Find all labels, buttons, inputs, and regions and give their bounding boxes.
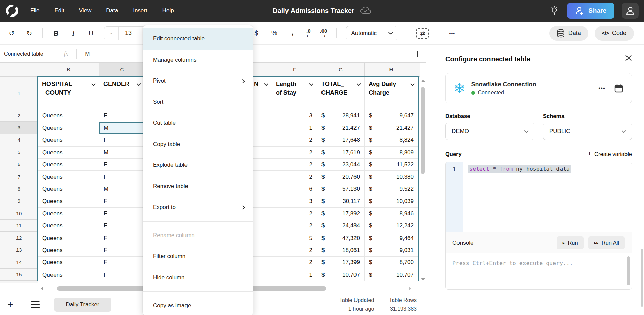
cell-partial[interactable]: [253, 122, 272, 134]
cell-total-charge[interactable]: $17,648: [317, 134, 365, 146]
schedule-calendar-icon[interactable]: [614, 84, 623, 93]
cell-county[interactable]: Queens: [38, 159, 99, 170]
cell-avg-daily-charge[interactable]: $11,522: [365, 159, 418, 170]
row-header-7[interactable]: 7: [0, 170, 38, 183]
cell-avg-daily-charge[interactable]: $10,380: [365, 171, 418, 183]
cell-length-of-stay[interactable]: 1: [272, 269, 317, 281]
more-options-button[interactable]: •••: [448, 31, 456, 36]
menu-item-sort[interactable]: Sort: [143, 92, 253, 113]
cell-county[interactable]: Queens: [38, 183, 99, 195]
schema-select[interactable]: PUBLIC: [543, 123, 632, 140]
vertical-scrollbar[interactable]: [420, 77, 426, 283]
bold-button[interactable]: B: [52, 29, 60, 37]
cell-gender[interactable]: M: [99, 147, 145, 158]
cell-partial[interactable]: [253, 147, 272, 158]
row-header-6[interactable]: 6: [0, 158, 38, 170]
cell-county[interactable]: Queens: [38, 109, 99, 122]
cell-partial[interactable]: [253, 134, 272, 146]
cell-county[interactable]: Queens: [38, 244, 99, 256]
rows-logo-icon[interactable]: [6, 5, 18, 17]
cell-county[interactable]: Queens: [38, 269, 99, 281]
cell-avg-daily-charge[interactable]: $10,039: [365, 195, 418, 207]
scroll-down-arrow-icon[interactable]: [421, 278, 425, 281]
column-header-B[interactable]: B: [38, 63, 99, 76]
run-all-button[interactable]: ▸▸ Run All: [588, 236, 625, 249]
swap-reference-icon[interactable]: ⇄: [416, 28, 429, 39]
menu-insert[interactable]: Insert: [133, 7, 147, 14]
cell-length-of-stay[interactable]: 2: [272, 220, 317, 232]
column-header-F[interactable]: F: [272, 63, 317, 76]
cell-gender[interactable]: F: [99, 220, 145, 232]
lightbulb-icon[interactable]: [549, 5, 560, 17]
cell-length-of-stay[interactable]: 2: [272, 208, 317, 219]
menu-item-remove-table[interactable]: Remove table: [143, 176, 253, 197]
column-header-H[interactable]: H: [365, 63, 418, 76]
row-header-1[interactable]: 1: [0, 77, 38, 109]
cell-avg-daily-charge[interactable]: $21,427: [365, 122, 418, 134]
cell-avg-daily-charge[interactable]: $8,809: [365, 147, 418, 158]
console-output[interactable]: Press Ctrl+Enter to execute query...: [446, 253, 632, 289]
decrease-decimals-button[interactable]: .0 ←: [306, 28, 311, 38]
header-cell-hospital-county[interactable]: HOSPITAL _COUNTY: [38, 77, 99, 109]
menu-item-explode-table[interactable]: Explode table: [143, 155, 253, 176]
header-cell-total-charge[interactable]: TOTAL_ CHARGE: [317, 77, 365, 109]
chevron-down-icon[interactable]: [357, 82, 361, 86]
cell-partial[interactable]: [253, 195, 272, 207]
console-scroll-thumb[interactable]: [627, 256, 630, 285]
header-cell-partial-n[interactable]: N: [253, 77, 272, 109]
menu-item-cut-table[interactable]: Cut table: [143, 113, 253, 134]
cell-partial[interactable]: [253, 171, 272, 183]
cell-length-of-stay[interactable]: 2: [272, 257, 317, 269]
row-header-10[interactable]: 10: [0, 207, 38, 219]
share-button[interactable]: Share: [567, 3, 614, 19]
chevron-down-icon[interactable]: [137, 82, 141, 86]
column-header-E[interactable]: [253, 63, 272, 76]
row-header-8[interactable]: 8: [0, 183, 38, 195]
row-header-11[interactable]: 11: [0, 220, 38, 232]
cell-county[interactable]: Queens: [38, 208, 99, 219]
cell-total-charge[interactable]: $24,484: [317, 220, 365, 232]
cell-length-of-stay[interactable]: 3: [272, 109, 317, 122]
column-header-C[interactable]: C: [99, 63, 145, 76]
chevron-down-icon[interactable]: [264, 82, 268, 86]
cell-avg-daily-charge[interactable]: $8,700: [365, 257, 418, 269]
menu-help[interactable]: Help: [162, 7, 174, 14]
connection-more-button[interactable]: •••: [598, 85, 605, 92]
cell-avg-daily-charge[interactable]: $8,824: [365, 134, 418, 146]
menu-item-copy-as-image[interactable]: Copy as image: [143, 295, 253, 315]
cell-avg-daily-charge[interactable]: $10,707: [365, 269, 418, 281]
cell-total-charge[interactable]: $23,044: [317, 159, 365, 170]
scroll-right-arrow-icon[interactable]: [409, 287, 411, 291]
menu-item-edit-connected-table[interactable]: Edit connected table: [143, 28, 253, 50]
cell-length-of-stay[interactable]: 6: [272, 183, 317, 195]
vertical-scroll-thumb[interactable]: [421, 87, 425, 174]
row-header-2[interactable]: 2: [0, 109, 38, 122]
cell-county[interactable]: Queens: [38, 257, 99, 269]
formula-input[interactable]: M: [77, 51, 90, 57]
undo-button[interactable]: ↺: [7, 29, 16, 37]
scroll-left-arrow-icon[interactable]: [41, 287, 43, 291]
menu-item-export-to[interactable]: Export to: [143, 197, 253, 218]
chevron-down-icon[interactable]: [309, 82, 313, 86]
close-panel-button[interactable]: [625, 55, 632, 61]
cell-county[interactable]: Queens: [38, 147, 99, 158]
formula-bar-collapse-button[interactable]: [417, 51, 418, 57]
cell-partial[interactable]: [253, 232, 272, 244]
header-cell-gender[interactable]: GENDER: [99, 77, 145, 109]
cell-gender[interactable]: F: [99, 134, 145, 146]
cell-gender[interactable]: F: [99, 195, 145, 207]
cell-avg-daily-charge[interactable]: $9,647: [365, 109, 418, 122]
cell-gender-selected[interactable]: M: [99, 122, 145, 134]
cell-partial[interactable]: [253, 269, 272, 281]
redo-button[interactable]: ↻: [25, 29, 34, 37]
cell-total-charge[interactable]: $57,130: [317, 183, 365, 195]
cell-partial[interactable]: [253, 159, 272, 170]
cell-county[interactable]: Queens: [38, 171, 99, 183]
percent-format-button[interactable]: %: [270, 29, 279, 37]
row-header-9[interactable]: 9: [0, 195, 38, 207]
menu-item-copy-table[interactable]: Copy table: [143, 134, 253, 155]
cell-partial[interactable]: [253, 220, 272, 232]
cell-county[interactable]: Queens: [38, 232, 99, 244]
panel-scroll-thumb[interactable]: [641, 249, 643, 307]
menu-file[interactable]: File: [30, 7, 39, 14]
